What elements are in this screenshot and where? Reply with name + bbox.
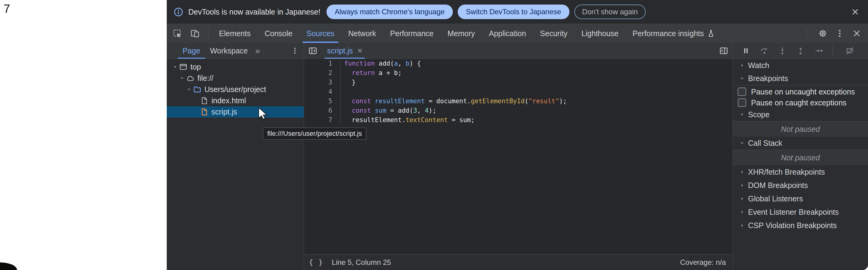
always-match-language-button[interactable]: Always match Chrome's language	[327, 5, 453, 19]
section-csp-violation-breakpoints[interactable]: CSP Violation Breakpoints	[733, 219, 868, 232]
tab-label: Application	[489, 29, 526, 38]
checkbox-pause-caught[interactable]	[738, 98, 746, 107]
editor-tab-label: script.js	[327, 47, 353, 55]
tab-label: Memory	[447, 29, 475, 38]
code-line[interactable]: 2 return a + b;	[304, 68, 733, 78]
tab-elements[interactable]: Elements	[212, 24, 257, 43]
tree-item-users-user-project[interactable]: Users/user/project	[167, 84, 304, 95]
callstack-not-paused: Not paused	[733, 150, 868, 165]
toggle-navigator-icon[interactable]	[308, 46, 317, 55]
panel-tabs: ElementsConsoleSourcesNetworkPerformance…	[212, 24, 722, 43]
infobar-close-icon[interactable]	[851, 8, 860, 16]
code-line[interactable]: 1function add(a, b) {	[304, 59, 733, 68]
section-watch[interactable]: Watch	[733, 59, 868, 72]
chevron-down-icon[interactable]	[172, 65, 178, 69]
chevron-down-icon[interactable]	[179, 76, 185, 81]
pause-icon[interactable]	[741, 46, 750, 55]
gutter-separator	[332, 97, 340, 106]
mouse-cursor	[257, 107, 269, 120]
tab-label: Page	[183, 47, 200, 55]
section-scope[interactable]: Scope	[733, 108, 868, 121]
toolbar-right	[806, 24, 868, 43]
navigator-menu-icon[interactable]	[291, 47, 299, 55]
dont-show-again-button[interactable]: Don't show again	[574, 5, 646, 19]
pretty-print-icon[interactable]: { }	[309, 259, 323, 266]
step-into-icon[interactable]	[778, 46, 787, 55]
main-toolbar: ElementsConsoleSourcesNetworkPerformance…	[167, 24, 868, 43]
chevron-down-icon[interactable]	[186, 87, 192, 92]
tree-item-index-html[interactable]: index.html	[167, 95, 304, 106]
tab-network[interactable]: Network	[341, 24, 383, 43]
close-tab-icon[interactable]: ×	[358, 47, 362, 55]
section-dom-breakpoints[interactable]: DOM Breakpoints	[733, 179, 868, 192]
tab-application[interactable]: Application	[482, 24, 533, 43]
pause-caught-row[interactable]: Pause on caught exceptions	[733, 97, 868, 108]
step-icon[interactable]	[814, 46, 824, 55]
code-line[interactable]: 7 resultElement.textContent = sum;	[304, 115, 733, 125]
tab-memory[interactable]: Memory	[440, 24, 482, 43]
close-icon[interactable]	[852, 29, 861, 38]
tree-item-label: file://	[197, 74, 214, 83]
tree-item-top[interactable]: top	[167, 61, 304, 72]
settings-icon[interactable]	[818, 29, 827, 38]
code-token: b	[405, 60, 409, 67]
inspect-icon[interactable]	[173, 29, 182, 38]
folder-icon	[193, 85, 202, 94]
code-token	[371, 107, 375, 114]
more-tabs-icon[interactable]: »	[255, 46, 260, 56]
chevron-down-icon	[739, 141, 745, 146]
tab-page[interactable]: Page	[178, 43, 205, 59]
tab-workspace[interactable]: Workspace	[205, 43, 253, 59]
device-toolbar-icon[interactable]	[190, 29, 199, 38]
pause-uncaught-row[interactable]: Pause on uncaught exceptions	[733, 86, 868, 97]
line-number[interactable]: 5	[304, 97, 332, 106]
section-xhr-breakpoints[interactable]: XHR/fetch Breakpoints	[733, 165, 868, 179]
tree-item-file[interactable]: file://	[167, 72, 304, 84]
chevron-right-icon	[739, 63, 745, 68]
code-token: const	[352, 107, 371, 114]
code-line[interactable]: 6 const sum = add(3, 4);	[304, 106, 733, 115]
tab-performance[interactable]: Performance	[383, 24, 440, 43]
chevron-down-icon	[739, 112, 745, 117]
tab-security[interactable]: Security	[533, 24, 574, 43]
code-token	[344, 97, 352, 105]
chevron-down-icon	[739, 76, 745, 81]
section-breakpoints[interactable]: Breakpoints	[733, 72, 868, 85]
code-editor[interactable]: 1function add(a, b) {2 return a + b;3 }4…	[304, 59, 733, 254]
tree-item-label: Users/user/project	[205, 85, 266, 94]
tree-item-script-js[interactable]: script.js	[167, 106, 304, 118]
chevron-right-icon	[739, 197, 745, 201]
section-event-listener-breakpoints[interactable]: Event Listener Breakpoints	[733, 205, 868, 219]
line-number[interactable]: 7	[304, 115, 332, 125]
tab-label: Performance	[390, 29, 433, 38]
checkbox-label: Pause on uncaught exceptions	[751, 87, 855, 96]
line-number[interactable]: 2	[304, 68, 332, 78]
code-token: return	[352, 69, 375, 77]
line-number[interactable]: 6	[304, 106, 332, 115]
tab-lighthouse[interactable]: Lighthouse	[574, 24, 625, 43]
toggle-debugger-icon[interactable]	[719, 46, 728, 55]
editor-tab-scriptjs[interactable]: script.js ×	[325, 43, 365, 59]
switch-devtools-japanese-button[interactable]: Switch DevTools to Japanese	[458, 5, 569, 19]
line-number[interactable]: 3	[304, 78, 332, 87]
gutter-separator	[332, 106, 340, 115]
tab-sources[interactable]: Sources	[300, 24, 341, 43]
tab-label: Performance insights	[632, 29, 704, 38]
code-line[interactable]: 4	[304, 87, 733, 97]
code-line[interactable]: 5 const resultElement = document.getElem…	[304, 97, 733, 106]
step-over-icon[interactable]	[760, 46, 769, 55]
step-out-icon[interactable]	[796, 46, 805, 55]
line-number[interactable]: 1	[304, 59, 332, 68]
editor-panel: script.js × 1function add(a, b) {2 retur…	[304, 43, 733, 270]
code-line[interactable]: 3 }	[304, 78, 733, 87]
checkbox-pause-uncaught[interactable]	[738, 87, 746, 96]
section-global-listeners[interactable]: Global Listeners	[733, 192, 868, 205]
tab-performance-insights[interactable]: Performance insights	[626, 24, 722, 43]
tab-console[interactable]: Console	[257, 24, 300, 43]
deactivate-breakpoints-icon[interactable]	[845, 46, 855, 55]
line-number[interactable]: 4	[304, 87, 332, 97]
code-token	[344, 107, 352, 114]
code-token	[371, 97, 375, 105]
section-call-stack[interactable]: Call Stack	[733, 137, 868, 150]
more-menu-icon[interactable]	[835, 29, 844, 38]
